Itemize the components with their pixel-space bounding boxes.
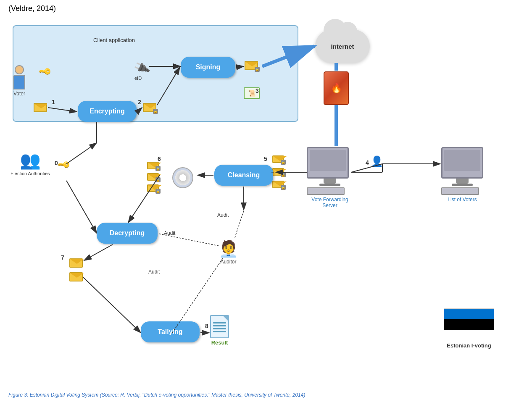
lock-icon-2: 🔒 xyxy=(153,109,158,114)
envelope-5a: 🔒 xyxy=(272,155,284,163)
lov-label: List of Voters xyxy=(441,197,483,202)
tallying-box: Tallying xyxy=(141,321,200,342)
cleansing-label: Cleansing xyxy=(228,171,260,179)
flag-blue-stripe xyxy=(444,309,494,319)
svg-line-23 xyxy=(66,181,97,233)
envelope-small-3: 🔒 xyxy=(272,181,284,188)
svg-line-25 xyxy=(83,277,141,333)
envelope-5c: 🔒 xyxy=(272,181,284,188)
person-icon-4: 👤 xyxy=(371,155,383,167)
voter-area: Voter xyxy=(13,65,25,97)
ea-label: Election Authorities xyxy=(11,171,50,176)
lock-icon-5c: 🔒 xyxy=(281,185,286,190)
estonian-flag xyxy=(444,308,494,340)
lock-6a: 🔒 xyxy=(155,166,161,171)
flag-black-stripe xyxy=(444,319,494,330)
eid-area: 🔌 eID xyxy=(134,61,149,81)
step4-area: 4 👤 xyxy=(366,155,383,167)
lov-stand xyxy=(456,179,469,184)
diagram: Client application Voter 1 Encrypting 2 … xyxy=(4,17,528,382)
eid-label: eID xyxy=(134,76,149,81)
figure-caption: Figure 3: Estonian Digital Voting System… xyxy=(8,391,305,399)
internet-area: Internet xyxy=(315,29,370,63)
lov-monitor xyxy=(441,147,483,179)
lock-6b: 🔒 xyxy=(155,177,161,182)
envelope-7a-env xyxy=(69,258,83,268)
internet-label: Internet xyxy=(331,43,354,50)
page-title: (Veldre, 2014) xyxy=(8,4,56,13)
vfs-area: Vote Forwarding Server xyxy=(307,147,353,208)
lov-keyboard xyxy=(441,187,479,195)
svg-line-3 xyxy=(66,143,97,164)
step-1: 1 xyxy=(52,99,55,105)
doc-line-3 xyxy=(213,328,226,329)
envelope-7b xyxy=(69,272,83,281)
encrypting-label: Encrypting xyxy=(90,108,125,115)
encrypting-box: Encrypting xyxy=(78,101,137,122)
key-ea-icon: 🔑 xyxy=(57,158,71,172)
result-label: Result xyxy=(210,339,229,346)
svg-line-24 xyxy=(84,245,113,260)
vfs-label: Vote Forwarding Server xyxy=(307,197,353,208)
step-8: 8 xyxy=(205,323,208,329)
envelope-7a xyxy=(69,258,83,268)
envelope-6b-env: 🔒 xyxy=(147,173,159,181)
envelope-6b: 🔒 xyxy=(147,173,159,181)
envelope-6c: 🔒 xyxy=(147,184,159,192)
key-voter: 🔑 xyxy=(40,66,50,76)
lov-base xyxy=(452,184,473,186)
voter-icon xyxy=(13,65,25,89)
svg-line-22 xyxy=(128,175,160,223)
voter-body xyxy=(13,75,25,89)
auditor-label: Auditor xyxy=(219,259,238,265)
step-5: 5 xyxy=(264,155,267,162)
estonian-voting-label: Estonian I-voting xyxy=(444,342,494,349)
step-3: 3 xyxy=(255,87,259,94)
doc-line-2 xyxy=(213,325,226,326)
decrypting-box: Decrypting xyxy=(97,223,158,244)
audit-label-3: Audit xyxy=(148,269,160,275)
vfs-stand xyxy=(324,179,336,184)
audit-label-1: Audit xyxy=(164,230,175,236)
signing-box: Signing xyxy=(181,57,235,78)
audit-label-2: Audit xyxy=(217,212,229,218)
doc-lines xyxy=(213,322,226,332)
envelope-5b: 🔒 xyxy=(272,168,284,176)
envelope-small-1: 🔒 xyxy=(272,155,284,163)
vfs-base xyxy=(319,184,340,186)
step-4: 4 xyxy=(366,159,369,166)
lock-icon-3: 🔒 xyxy=(255,67,260,72)
envelope-2: 🔒 xyxy=(143,103,156,112)
key-ea: 🔑 xyxy=(59,160,69,170)
envelope-6a-env: 🔒 xyxy=(147,162,159,169)
envelope-6c-env: 🔒 xyxy=(147,184,159,192)
svg-line-20 xyxy=(234,211,244,239)
step-6: 6 xyxy=(158,155,161,162)
voter-label: Voter xyxy=(13,91,25,97)
vfs-screen xyxy=(310,150,346,171)
lock-6c: 🔒 xyxy=(155,189,161,194)
result-doc xyxy=(210,315,229,338)
step-2: 2 xyxy=(138,99,141,105)
envelope-signed: 🔒 xyxy=(245,61,258,70)
doc-line-4 xyxy=(213,331,226,332)
firewall-area xyxy=(324,71,349,105)
voter-head xyxy=(15,65,24,74)
doc-line-1 xyxy=(213,322,226,323)
election-auth-area: 👥 Election Authorities xyxy=(11,150,50,176)
lock-icon-5b: 🔒 xyxy=(281,172,286,177)
envelope-6a: 🔒 xyxy=(147,162,159,169)
flag-white-stripe xyxy=(444,330,494,340)
result-area: Result xyxy=(210,315,229,346)
envelope-blank xyxy=(34,103,47,112)
vfs-monitor xyxy=(307,147,349,179)
lov-screen xyxy=(444,150,480,171)
envelope-3: 🔒 xyxy=(245,61,258,70)
envelope-1 xyxy=(34,103,47,112)
auditor-area: 🧑‍💼 Auditor xyxy=(219,239,238,265)
tallying-label: Tallying xyxy=(158,328,182,336)
ea-group-icon: 👥 xyxy=(11,150,50,170)
cloud-shape: Internet xyxy=(315,29,370,63)
envelope-small-2: 🔒 xyxy=(272,168,284,176)
client-app-label: Client application xyxy=(93,37,135,43)
